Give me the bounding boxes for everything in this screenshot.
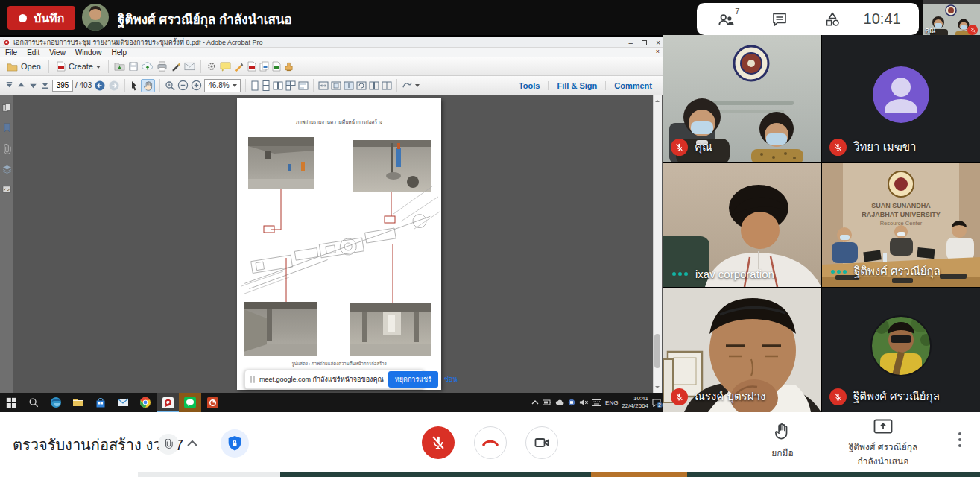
stamp-icon[interactable]	[284, 61, 294, 72]
vertical-scrollbar[interactable]	[653, 95, 662, 393]
battery-icon[interactable]	[543, 399, 551, 405]
next-page-icon[interactable]	[28, 80, 38, 90]
activities-button[interactable]	[817, 4, 848, 34]
mic-toggle-button[interactable]	[422, 426, 455, 459]
participant-tile-thitipong[interactable]: ฐิติพงศ์ ศรวณีย์กุล	[822, 288, 980, 412]
participant-tile-ixav[interactable]: ixav corporation	[663, 163, 821, 287]
previous-view-icon[interactable]	[94, 80, 106, 92]
participant-tile-meeting-room[interactable]: SUAN SUNANDHA RAJABHAT UNIVERSITY Resour…	[822, 163, 980, 287]
comment-pane-button[interactable]: Comment	[605, 81, 660, 90]
taskbar-mail-button[interactable]	[112, 393, 134, 412]
layers-icon[interactable]	[2, 165, 12, 174]
save-icon[interactable]	[128, 61, 139, 72]
zoom-level-select[interactable]: 46.8%	[204, 79, 240, 92]
attachments-icon[interactable]	[3, 144, 11, 154]
close-button[interactable]: ×	[656, 39, 660, 47]
meeting-safety-button[interactable]	[221, 429, 249, 458]
two-page-scroll-icon[interactable]	[285, 80, 296, 91]
language-indicator[interactable]: ENG	[605, 399, 618, 406]
fit-width-icon[interactable]	[318, 81, 329, 90]
taskbar-store-button[interactable]	[89, 393, 112, 412]
two-page-view-icon[interactable]	[273, 80, 283, 91]
hide-toast-link[interactable]: ซ่อน	[444, 374, 458, 385]
tray-chevron-icon[interactable]	[531, 399, 539, 405]
taskbar-powerpoint-button[interactable]	[201, 393, 224, 412]
taskbar-search-button[interactable]	[22, 393, 45, 412]
hand-tool-icon[interactable]	[141, 79, 155, 92]
save-file-icon[interactable]	[114, 61, 125, 72]
menu-file[interactable]: File	[5, 48, 17, 57]
onedrive-icon[interactable]	[555, 399, 564, 405]
highlight-pen-icon[interactable]	[234, 61, 244, 72]
document-close-icon[interactable]: ×	[656, 48, 660, 55]
email-icon[interactable]	[184, 62, 195, 71]
marquee-zoom-icon[interactable]	[165, 80, 175, 91]
signatures-icon[interactable]	[2, 185, 11, 194]
participants-button[interactable]: 7	[710, 4, 742, 34]
participant-tile-you[interactable]: คุณ	[663, 35, 821, 162]
menu-window[interactable]: Window	[75, 48, 102, 57]
action-center-button[interactable]: 2	[652, 399, 661, 407]
self-video-thumbnail[interactable]: คุณ	[923, 0, 980, 37]
taskbar-chrome-button[interactable]	[134, 393, 157, 412]
sign-pen-icon[interactable]	[171, 61, 181, 72]
cloud-upload-icon[interactable]	[142, 61, 154, 72]
taskbar-edge-button[interactable]	[45, 393, 67, 412]
comment-bubble-icon[interactable]	[220, 62, 231, 72]
select-tool-icon[interactable]	[130, 80, 139, 91]
fit-page-icon[interactable]	[331, 81, 341, 90]
zoom-in-icon[interactable]	[191, 80, 202, 91]
scrollbar-thumb[interactable]	[654, 334, 660, 368]
create-button[interactable]: Create	[54, 60, 103, 73]
open-button[interactable]: Open	[4, 60, 43, 73]
raise-hand-button[interactable]: ยกมือ	[765, 422, 800, 460]
two-up-icon[interactable]	[382, 81, 392, 90]
last-page-icon[interactable]	[40, 80, 50, 90]
participant-tile-narong[interactable]: ณรงค์ บุตรฝาง	[663, 288, 821, 412]
meeting-title-caret-icon[interactable]	[186, 437, 198, 451]
more-options-button[interactable]	[958, 432, 961, 447]
taskbar-acrobat-button[interactable]	[157, 393, 179, 412]
restore-button[interactable]	[642, 40, 647, 45]
more-tools-caret-icon[interactable]	[415, 84, 420, 89]
drawing-markups-icon[interactable]	[402, 80, 413, 90]
touch-keyboard-icon[interactable]	[592, 399, 601, 406]
pdf-export-icon[interactable]	[247, 61, 256, 72]
stop-sharing-button[interactable]: หยุดการแชร์	[388, 371, 438, 388]
bookmarks-icon[interactable]	[3, 123, 11, 133]
record-button[interactable]: บันทึก	[7, 6, 75, 30]
drag-handle-icon[interactable]	[250, 376, 255, 383]
teams-icon[interactable]	[568, 399, 575, 406]
camera-toggle-button[interactable]	[525, 426, 558, 459]
pdf-excel-icon[interactable]	[272, 61, 281, 72]
previous-page-icon[interactable]	[16, 80, 26, 90]
next-view-icon[interactable]	[108, 80, 120, 92]
scrolling-view-icon[interactable]	[262, 80, 271, 91]
scroll-down-icon[interactable]	[655, 386, 660, 391]
print-icon[interactable]	[157, 61, 168, 72]
split-view-icon[interactable]	[369, 81, 379, 90]
participant-tile-wittaya[interactable]: วิทยา เมฆขา	[822, 35, 980, 162]
acrobat-title-bar[interactable]: เอกสารประกอบการประชุม รายงานมติของการประ…	[0, 37, 663, 48]
gear-icon[interactable]	[206, 61, 217, 72]
minimize-button[interactable]: –	[629, 39, 633, 47]
fill-sign-pane-button[interactable]: Fill & Sign	[548, 81, 605, 90]
taskbar-explorer-button[interactable]	[67, 393, 89, 412]
page-number-input[interactable]	[52, 80, 73, 92]
volume-muted-icon[interactable]	[579, 399, 588, 406]
single-page-view-icon[interactable]	[250, 80, 259, 91]
chat-button[interactable]	[764, 4, 795, 34]
presenting-indicator[interactable]: ฐิติพงศ์ ศรวณีย์กุล กำลังนำเสนอ	[835, 419, 932, 468]
rotate-view-icon[interactable]	[356, 81, 367, 90]
tools-pane-button[interactable]: Tools	[510, 81, 549, 90]
leave-call-button[interactable]	[474, 426, 507, 459]
pdf-pages-icon[interactable]	[259, 61, 269, 72]
menu-view[interactable]: View	[49, 48, 66, 57]
reading-mode-icon[interactable]	[298, 81, 309, 90]
fit-height-icon[interactable]	[344, 81, 354, 90]
first-page-icon[interactable]	[4, 80, 14, 90]
tray-clock[interactable]: 10:41 22/4/2564	[622, 395, 648, 410]
menu-help[interactable]: Help	[111, 48, 127, 57]
menu-edit[interactable]: Edit	[27, 48, 39, 57]
scroll-up-icon[interactable]	[655, 98, 660, 102]
